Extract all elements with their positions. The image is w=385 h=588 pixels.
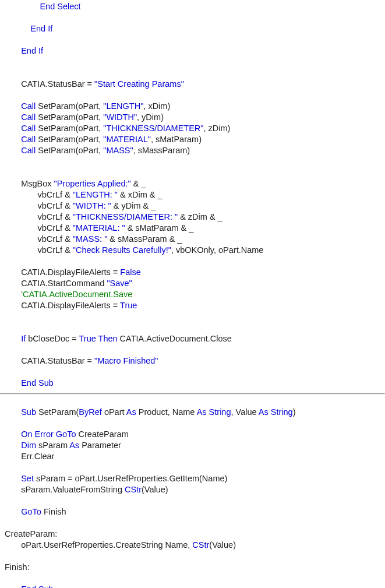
code-text: , vbOKOnly, oPart.Name [171, 245, 263, 255]
keyword: GoTo [21, 507, 41, 516]
keyword: End If [21, 46, 43, 55]
string-literal: "Properties Applied:" [54, 179, 131, 188]
code-line: MsgBox [5, 179, 54, 188]
code-text: Parameter [79, 441, 121, 450]
code-text: , xDim) [143, 101, 170, 111]
code-text: (Value) [142, 485, 168, 494]
code-line [5, 496, 7, 505]
code-text: & sMatParam & _ [125, 223, 194, 233]
keyword: Dim [21, 441, 36, 450]
code-line: vbCrLf & [5, 234, 73, 244]
code-line [5, 429, 21, 439]
string-literal: "Save" [107, 279, 132, 288]
code-text: , sMassParam) [133, 146, 190, 155]
keyword: True [120, 301, 137, 310]
keyword: As [69, 441, 79, 450]
code-line [5, 312, 7, 321]
string-literal: "LENGTH: " [73, 190, 118, 199]
code-text: SetParam(oPart, [36, 101, 103, 111]
code-text: (Value) [209, 540, 236, 550]
code-line: CATIA.DisplayFileAlerts = [5, 267, 120, 277]
code-line: vbCrLf & [5, 223, 73, 233]
keyword: Sub [21, 407, 36, 417]
code-line [5, 290, 21, 299]
code-line [5, 256, 7, 266]
keyword: False [120, 267, 140, 277]
keyword: End Sub [21, 585, 54, 588]
code-text: sParam = oPart.UserRefProperties.GetItem… [34, 474, 227, 483]
code-line [5, 551, 7, 561]
code-text: , zDim) [203, 124, 230, 133]
code-line [5, 135, 21, 144]
code-line [5, 146, 21, 155]
keyword: CStr [192, 540, 209, 550]
code-line [5, 378, 21, 388]
code-line: CATIA.StatusBar = [5, 356, 94, 365]
code-text: & zDim & _ [178, 212, 222, 221]
code-line [5, 345, 7, 354]
code-line [5, 507, 21, 516]
code-line [5, 585, 21, 588]
code-text: SetParam(oPart, [36, 112, 103, 122]
string-literal: "WIDTH: " [73, 201, 111, 210]
code-text: Finish [41, 507, 66, 516]
keyword: As [126, 407, 136, 417]
code-line [5, 112, 21, 122]
string-literal: "MATERIAL: " [73, 223, 125, 233]
keyword: Call [21, 124, 36, 133]
string-literal: "Macro Finished" [94, 356, 158, 365]
code-text: & sMassParam & _ [107, 234, 182, 244]
keyword: End Select [40, 2, 80, 11]
code-line: vbCrLf & [5, 212, 73, 221]
keyword: Call [21, 112, 36, 122]
code-line: sParam.ValuateFromString [5, 485, 125, 494]
keyword: Call [21, 101, 36, 111]
code-text: SetParam(oPart, [36, 124, 103, 133]
code-text: Product, Name [136, 407, 197, 417]
code-text: , Value [231, 407, 259, 417]
code-line [5, 474, 21, 483]
keyword: As String [197, 407, 231, 417]
string-literal: "Check Results Carefully!" [73, 245, 171, 255]
code-block-lower: Sub SetParam(ByRef oPart As Product, Nam… [0, 395, 385, 588]
code-text: SetParam( [36, 407, 79, 417]
code-line: oPart.UserRefProperties.CreateString Nam… [5, 540, 192, 550]
string-literal: "THICKNESS/DIAMETER" [103, 124, 203, 133]
code-line [5, 168, 7, 177]
keyword: Set [21, 474, 34, 483]
keyword: Call [21, 135, 36, 144]
code-line: CATIA.StatusBar = [5, 79, 94, 89]
keyword: On Error GoTo [21, 429, 76, 439]
code-text: oPart [102, 407, 126, 417]
code-line [5, 407, 21, 417]
code-line [5, 13, 7, 22]
code-text: CATIA.ActiveDocument.Close [118, 334, 232, 343]
code-line [5, 57, 7, 66]
code-line [5, 35, 7, 44]
code-line [5, 323, 7, 332]
code-line [5, 24, 30, 33]
keyword: End If [30, 24, 52, 33]
string-literal: "Start Creating Params" [94, 79, 184, 89]
code-line: vbCrLf & [5, 190, 73, 199]
code-line: CATIA.StartCommand [5, 279, 107, 288]
code-text: CreateParam [76, 429, 128, 439]
code-text: SetParam(oPart, [36, 135, 103, 144]
code-line: CreateParam: [5, 529, 57, 538]
string-literal: "WIDTH" [103, 112, 137, 122]
string-literal: "MASS: " [73, 234, 107, 244]
code-text: , sMatParam) [151, 135, 202, 144]
code-line [5, 2, 40, 11]
keyword: True Then [79, 334, 117, 343]
code-text: & _ [131, 179, 146, 188]
code-line [5, 573, 7, 583]
code-line [5, 68, 7, 78]
code-line [5, 418, 7, 428]
code-line [5, 334, 21, 343]
code-line [5, 90, 7, 100]
code-text: & xDim & _ [118, 190, 163, 199]
code-line: CATIA.DisplayFileAlerts = [5, 301, 120, 310]
code-line [5, 396, 7, 406]
string-literal: "MATERIAL" [103, 135, 151, 144]
code-text: bCloseDoc = [26, 334, 79, 343]
